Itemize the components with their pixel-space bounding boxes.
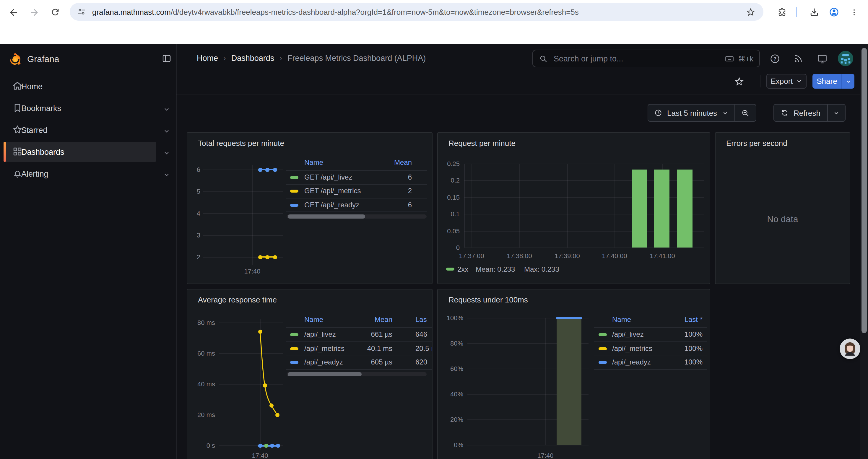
legend-header[interactable]: Name: [304, 316, 323, 324]
chevron-down-icon[interactable]: [163, 104, 170, 115]
legend-series-color[interactable]: [290, 347, 299, 350]
page-scrollbar[interactable]: [860, 44, 868, 459]
sidebar-item-bg[interactable]: Alerting: [4, 164, 156, 184]
sidebar-item-bg[interactable]: Starred: [4, 120, 156, 140]
breadcrumb-home[interactable]: Home: [197, 54, 218, 63]
legend-divider: [286, 341, 433, 342]
sidebar-item-dashboards[interactable]: Dashboards: [0, 142, 176, 162]
url-text[interactable]: grafana.mathmast.com/d/deytv4rwavabkb/fr…: [92, 7, 746, 16]
sidebar-item-bg[interactable]: Bookmarks: [4, 98, 156, 118]
profile-icon[interactable]: [829, 6, 840, 18]
breadcrumb-separator: ›: [223, 54, 226, 63]
panel-requests-under-100ms[interactable]: Requests under 100ms 100%80%60%40%20%0%1…: [437, 289, 710, 459]
legend-series-color[interactable]: [290, 176, 299, 179]
url-bar[interactable]: grafana.mathmast.com/d/deytv4rwavabkb/fr…: [70, 3, 764, 21]
bar-2xx: [654, 169, 670, 248]
site-settings-icon[interactable]: [77, 7, 86, 17]
gridline: [203, 213, 283, 214]
legend-series-color[interactable]: [290, 361, 299, 364]
legend-header[interactable]: Name: [304, 158, 323, 167]
sidebar-item-alerting[interactable]: Alerting: [0, 164, 176, 184]
legend-header[interactable]: Mean: [341, 316, 392, 324]
legend-series-name[interactable]: /api/_metrics: [612, 345, 652, 353]
legend-series-name[interactable]: GET /api/_metrics: [304, 187, 361, 195]
legend-series-color[interactable]: [598, 361, 607, 364]
metrics-point: [269, 403, 273, 407]
sidebar-item-label: Starred: [21, 126, 48, 134]
legend-scrollbar-thumb[interactable]: [288, 372, 362, 376]
legend-series-name[interactable]: /api/_metrics: [304, 345, 344, 353]
sidebar-collapse-icon[interactable]: [161, 53, 173, 64]
extensions-icon[interactable]: [776, 6, 788, 18]
legend-series-name[interactable]: GET /api/_livez: [304, 173, 352, 182]
panel-title[interactable]: Total requests per minute: [198, 139, 284, 148]
floating-avatar-widget[interactable]: [840, 338, 860, 359]
legend-series-name[interactable]: /api/_livez: [304, 330, 336, 338]
share-dropdown-button[interactable]: [842, 74, 855, 89]
legend-header[interactable]: Name: [612, 316, 631, 324]
legend-header[interactable]: Mean: [359, 158, 412, 167]
gridline: [471, 164, 472, 248]
legend-series-name[interactable]: GET /api/_readyz: [304, 201, 359, 209]
chevron-down-icon: [833, 109, 839, 116]
refresh-interval-dropdown[interactable]: [828, 104, 845, 121]
legend-series-color[interactable]: [598, 333, 607, 336]
legend-series-name[interactable]: 2xx: [457, 265, 468, 273]
chevron-down-icon[interactable]: [163, 126, 170, 137]
legend-series-color[interactable]: [290, 333, 299, 336]
reload-icon[interactable]: [50, 6, 61, 18]
panel-errors-per-second[interactable]: Errors per second No data: [715, 132, 850, 284]
sidebar-item-home[interactable]: Home: [0, 76, 176, 96]
search-box[interactable]: ⌘+k: [532, 50, 760, 67]
legend-series-name[interactable]: /api/_readyz: [612, 358, 651, 366]
help-icon[interactable]: ?: [769, 53, 780, 64]
legend-series-color[interactable]: [598, 347, 607, 350]
sidebar-item-bg[interactable]: Home: [4, 76, 156, 96]
favorite-star-icon[interactable]: [733, 76, 745, 87]
back-icon[interactable]: [8, 6, 19, 18]
user-avatar[interactable]: [838, 51, 853, 66]
panel-avg-response-time[interactable]: Average response time 80 ms60 ms40 ms20 …: [187, 289, 433, 459]
search-input[interactable]: [553, 54, 724, 64]
time-range-picker[interactable]: Last 5 minutes: [648, 104, 734, 121]
legend-divider: [286, 211, 427, 212]
share-button[interactable]: Share: [812, 74, 841, 89]
legend-header[interactable]: Las: [415, 316, 427, 324]
scrollbar-thumb[interactable]: [861, 48, 867, 333]
grafana-logo-icon[interactable]: [7, 51, 23, 66]
legend-series-color[interactable]: [290, 189, 299, 192]
forward-icon[interactable]: [28, 6, 39, 18]
monitor-icon[interactable]: [816, 53, 828, 64]
breadcrumb-dashboards[interactable]: Dashboards: [231, 54, 275, 63]
zoom-out-button[interactable]: [735, 104, 755, 121]
legend-series-name[interactable]: /api/_livez: [612, 330, 644, 338]
y-axis-tick: 0 s: [187, 442, 215, 449]
panel-request-per-minute[interactable]: Request per minute 0.250.20.150.10.05017…: [437, 132, 710, 284]
bookmark-page-star-icon[interactable]: [746, 7, 756, 17]
zero-line-point: [264, 444, 268, 448]
refresh-button[interactable]: Refresh: [774, 104, 827, 121]
legend-scrollbar-thumb[interactable]: [288, 215, 365, 219]
panel-total-requests[interactable]: Total requests per minute 6543217:40Name…: [187, 132, 433, 284]
legend-series-color[interactable]: [290, 203, 299, 206]
legend-header[interactable]: Last *: [655, 316, 703, 324]
browser-menu-icon[interactable]: [850, 6, 859, 18]
panel-title[interactable]: Errors per second: [726, 139, 787, 148]
chevron-down-icon[interactable]: [163, 148, 170, 159]
sidebar-item-starred[interactable]: Starred: [0, 120, 176, 140]
panel-title[interactable]: Average response time: [198, 295, 277, 304]
sidebar-item-bookmarks[interactable]: Bookmarks: [0, 98, 176, 118]
panel-title[interactable]: Requests under 100ms: [448, 295, 528, 304]
news-rss-icon[interactable]: [793, 53, 804, 64]
y-axis-tick: 6: [187, 166, 200, 173]
no-data-message: No data: [716, 214, 850, 224]
chevron-down-icon[interactable]: [163, 170, 170, 181]
legend-series-name[interactable]: /api/_readyz: [304, 358, 343, 366]
gridline: [252, 165, 253, 265]
panel-title[interactable]: Request per minute: [448, 139, 516, 148]
bar-2xx: [632, 169, 647, 248]
download-icon[interactable]: [808, 6, 819, 18]
export-button[interactable]: Export: [766, 74, 807, 89]
legend-series-color[interactable]: [446, 268, 454, 270]
sidebar-item-bg[interactable]: Dashboards: [4, 142, 156, 162]
